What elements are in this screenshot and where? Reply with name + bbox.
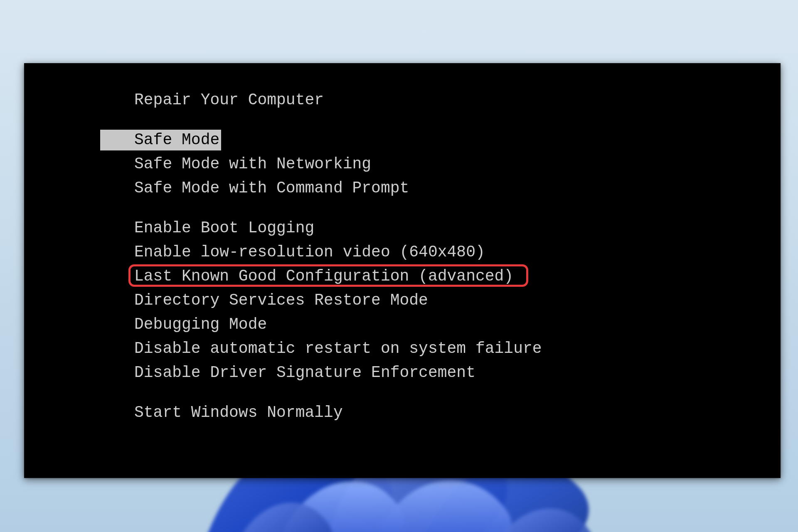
boot-menu-item-label: Disable automatic restart on system fail… xyxy=(134,340,542,357)
boot-menu-group: Start Windows Normally xyxy=(24,401,781,425)
boot-menu-item[interactable]: Enable low-resolution video (640x480) xyxy=(24,240,781,264)
boot-menu-item-label: Last Known Good Configuration (advanced) xyxy=(134,267,513,285)
boot-menu: Repair Your ComputerSafe ModeSafe Mode w… xyxy=(24,88,781,425)
boot-menu-item-label: Start Windows Normally xyxy=(134,404,343,421)
boot-menu-item[interactable]: Debugging Mode xyxy=(24,313,781,337)
boot-menu-item-label: Safe Mode with Networking xyxy=(134,155,371,173)
boot-menu-item-label: Disable Driver Signature Enforcement xyxy=(134,364,475,382)
boot-menu-item-label: Directory Services Restore Mode xyxy=(134,291,428,309)
boot-menu-item-label: Enable Boot Logging xyxy=(134,219,314,237)
boot-menu-group: Repair Your Computer xyxy=(24,88,781,112)
boot-menu-item[interactable]: Disable Driver Signature Enforcement xyxy=(24,361,781,385)
boot-menu-item[interactable]: Safe Mode xyxy=(24,128,781,152)
boot-menu-group: Enable Boot LoggingEnable low-resolution… xyxy=(24,216,781,385)
boot-menu-item[interactable]: Enable Boot Logging xyxy=(24,216,781,240)
boot-menu-group: Safe ModeSafe Mode with NetworkingSafe M… xyxy=(24,128,781,200)
boot-menu-item[interactable]: Repair Your Computer xyxy=(24,88,781,112)
boot-menu-item[interactable]: Safe Mode with Networking xyxy=(24,152,781,176)
boot-menu-item[interactable]: Last Known Good Configuration (advanced) xyxy=(24,264,781,288)
boot-menu-item-label: Enable low-resolution video (640x480) xyxy=(134,243,485,261)
boot-menu-item-label: Repair Your Computer xyxy=(134,91,324,109)
boot-menu-item[interactable]: Safe Mode with Command Prompt xyxy=(24,176,781,200)
boot-menu-item-label: Debugging Mode xyxy=(134,315,267,333)
boot-menu-item[interactable]: Start Windows Normally xyxy=(24,401,781,425)
advanced-boot-options-panel: Repair Your ComputerSafe ModeSafe Mode w… xyxy=(24,63,781,478)
boot-menu-item-label: Safe Mode with Command Prompt xyxy=(134,179,409,197)
boot-menu-item[interactable]: Disable automatic restart on system fail… xyxy=(24,337,781,361)
boot-menu-item[interactable]: Directory Services Restore Mode xyxy=(24,288,781,313)
boot-menu-item-label: Safe Mode xyxy=(100,130,221,150)
